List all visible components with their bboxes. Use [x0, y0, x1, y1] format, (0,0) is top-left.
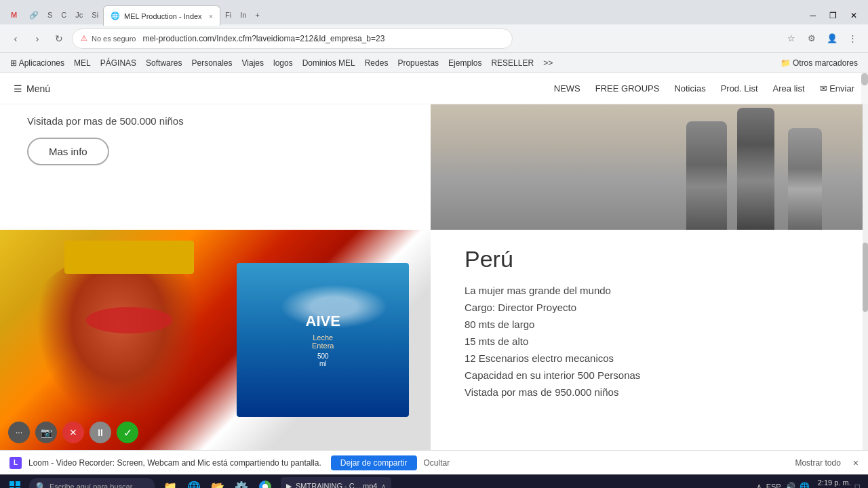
product-size: 500ml — [317, 352, 329, 367]
browser-window: M 🔗 S C Jc Si 🌐 MEL Production - Index ×… — [0, 0, 868, 488]
detail-6: Vistada por mas de 950.000 niños — [465, 386, 829, 398]
taskbar-settings[interactable]: ⚙️ — [231, 476, 252, 488]
video-panel: AIVE LecheEntera 500ml ··· 📷 ✕ ⏸ ✓ — [0, 230, 431, 450]
menu-label: Menú — [26, 83, 50, 94]
stop-button[interactable]: ✕ — [62, 422, 84, 443]
search-label: Escribe aquí para buscar — [50, 483, 132, 488]
tab-fi[interactable]: Fi — [221, 5, 235, 24]
bookmark-softwares[interactable]: Softwares — [141, 57, 186, 69]
nav-area-list[interactable]: Area list — [773, 83, 805, 94]
menu-icon[interactable]: ⋮ — [844, 30, 861, 47]
url-display: mel-production.com/Index.cfm?laveidioma=… — [142, 34, 384, 43]
bookmark-logos[interactable]: logos — [269, 57, 298, 69]
clock-time: 2:19 p. m. — [818, 479, 851, 487]
reload-button[interactable]: ↻ — [50, 30, 68, 47]
close-button[interactable]: ✕ — [845, 9, 863, 22]
camera-button[interactable]: 📷 — [35, 422, 57, 443]
tray-lang: ESP — [766, 483, 781, 488]
back-button[interactable]: ‹ — [7, 30, 24, 47]
bookmark-mel[interactable]: MEL — [69, 57, 96, 69]
confirm-button[interactable]: ✓ — [117, 422, 138, 443]
taskbar-folder[interactable]: 📂 — [207, 476, 229, 488]
video-frame: AIVE LecheEntera 500ml — [0, 230, 431, 450]
tray-clock[interactable]: 2:19 p. m. 01/24/2020 — [814, 479, 851, 488]
loom-stop-button[interactable]: Dejar de compartir — [331, 455, 417, 470]
nav-enviar[interactable]: ✉ Enviar — [820, 83, 854, 94]
active-tab-icon: 🌐 — [111, 12, 120, 20]
windows-icon — [9, 481, 20, 488]
top-right-image — [431, 104, 863, 230]
product-subtext: LecheEntera — [312, 333, 334, 350]
hamburger-icon: ☰ — [14, 83, 22, 94]
tab-link[interactable]: 🔗 — [25, 5, 43, 24]
nav-items: NEWS FREE GROUPS Noticias Prod. List Are… — [554, 83, 854, 94]
tab-active[interactable]: 🌐 MEL Production - Index × — [103, 5, 220, 26]
forward-button[interactable]: › — [28, 30, 46, 47]
tab-more[interactable]: + — [251, 5, 263, 24]
tab-jc[interactable]: Jc — [71, 5, 87, 24]
taskbar-chrome[interactable] — [254, 476, 276, 488]
bookmark-dominios[interactable]: Dominios MEL — [298, 57, 360, 69]
bookmark-more[interactable]: >> — [538, 57, 557, 69]
loom-close-icon[interactable]: × — [853, 458, 859, 468]
tab-gmail[interactable]: M — [5, 5, 24, 24]
taskbar: 🔍 Escribe aquí para buscar 📁 🌐 📂 ⚙️ ▶ SM… — [0, 474, 868, 488]
person-silhouette-2 — [737, 108, 774, 230]
taskbar-item-label: SMTRAINING - C....mp4 — [296, 482, 377, 488]
start-button[interactable] — [4, 476, 26, 488]
right-scrollbar[interactable] — [861, 73, 868, 104]
tray-show-hidden[interactable]: ∧ — [756, 482, 762, 488]
mas-info-button[interactable]: Mas info — [27, 138, 109, 165]
minimize-button[interactable]: ─ — [804, 9, 821, 22]
taskbar-edge[interactable]: 🌐 — [183, 476, 205, 488]
bookmark-redes[interactable]: Redes — [360, 57, 393, 69]
bookmark-viajes[interactable]: Viajes — [237, 57, 269, 69]
person-silhouette-1 — [686, 121, 727, 230]
address-bar[interactable]: ⚠ No es seguro mel-production.com/Index.… — [72, 28, 513, 49]
nav-noticias[interactable]: Noticias — [674, 83, 705, 94]
extensions-icon[interactable]: ⚙ — [803, 30, 821, 47]
scrollbar-thumb-top — [861, 73, 868, 85]
video-controls: ··· 📷 ✕ ⏸ ✓ — [8, 422, 138, 443]
detail-0: La mujer mas grande del mundo — [465, 285, 829, 296]
tab-c1[interactable]: C — [57, 5, 71, 24]
image-background — [431, 104, 863, 230]
person-silhouette-3 — [788, 128, 822, 230]
loom-icon: L — [9, 457, 22, 469]
loom-message: Loom - Video Recorder: Screen, Webcam an… — [28, 458, 321, 468]
bookmark-paginas[interactable]: PÁGINAS — [96, 57, 141, 69]
bookmark-ejemplos[interactable]: Ejemplos — [443, 57, 486, 69]
svg-rect-1 — [16, 481, 20, 486]
bookmark-icon[interactable]: ☆ — [783, 30, 800, 47]
nav-news[interactable]: NEWS — [554, 83, 580, 94]
taskbar-active-item[interactable]: ▶ SMTRAINING - C....mp4 ∧ — [281, 477, 391, 488]
loom-bar: L Loom - Video Recorder: Screen, Webcam … — [0, 450, 868, 474]
bookmark-propuestas[interactable]: Propuestas — [393, 57, 443, 69]
taskbar-search[interactable]: 🔍 Escribe aquí para buscar — [29, 478, 155, 488]
loom-show-all[interactable]: Mostrar todo — [795, 458, 840, 468]
bookmark-personales[interactable]: Personales — [186, 57, 237, 69]
tray-notification[interactable]: □ — [855, 482, 860, 488]
page-scrollbar[interactable] — [863, 104, 868, 450]
person-figure — [22, 252, 216, 428]
bookmark-otros[interactable]: 📁 Otros marcadores — [776, 57, 863, 69]
main-content: Visitada por mas de 500.000 niños Mas in… — [0, 104, 868, 450]
tab-si[interactable]: Si — [87, 5, 102, 24]
dots-button[interactable]: ··· — [8, 422, 30, 443]
maximize-button[interactable]: ❐ — [824, 9, 842, 22]
tab-close-icon[interactable]: × — [209, 12, 213, 20]
detail-2: 80 mts de largo — [465, 319, 829, 330]
tab-in[interactable]: In — [236, 5, 250, 24]
taskbar-file-explorer[interactable]: 📁 — [159, 476, 181, 488]
nav-free-groups[interactable]: FREE GROUPS — [595, 83, 660, 94]
bookmark-aplicaciones[interactable]: ⊞ Aplicaciones — [5, 57, 69, 69]
profile-icon[interactable]: 👤 — [823, 30, 841, 47]
loom-hide-button[interactable]: Ocultar — [424, 458, 450, 468]
system-tray: ∧ ESP 🔊 🌐 2:19 p. m. 01/24/2020 □ — [752, 479, 864, 488]
menu-toggle[interactable]: ☰ Menú — [14, 83, 50, 94]
pause-button[interactable]: ⏸ — [90, 422, 111, 443]
tab-s[interactable]: S — [43, 5, 56, 24]
nav-prod-list[interactable]: Prod. List — [721, 83, 758, 94]
search-icon: 🔍 — [36, 482, 46, 488]
bookmark-reseller[interactable]: RESELLER — [486, 57, 538, 69]
